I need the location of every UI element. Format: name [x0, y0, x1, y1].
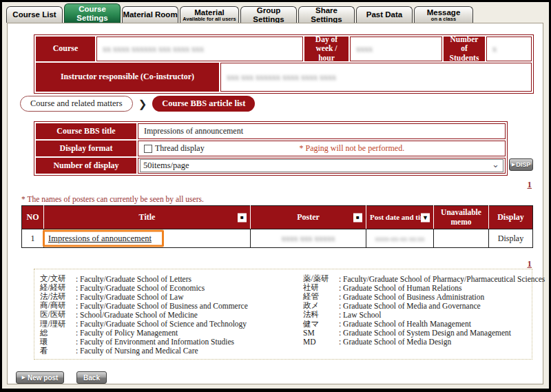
tab-label: Message [427, 8, 461, 17]
number-of-display-row: Number of display 50items/page ⌄ [36, 158, 506, 174]
article-post-date: xxxx-xx-xx xx:xx [366, 229, 434, 248]
disp-button[interactable]: ▶ DISP [509, 158, 533, 171]
tab-group-settings[interactable]: Group Settings [240, 6, 297, 23]
article-title-link[interactable]: Impressions of announcement [48, 234, 152, 243]
tab-label: Material [194, 8, 224, 17]
legend-desc: : Graduate School of Media and Governanc… [339, 302, 481, 310]
page-number-link-top[interactable]: 1 [528, 179, 532, 190]
legend-item: 看: Faculty of Nursing and Medical Care [40, 347, 248, 355]
tab-label: Past Data [366, 10, 402, 19]
course-info-table: Course xx xxxx xxxxxx xxx xxxx xxx Day o… [34, 34, 534, 94]
legend-item: 法/法研: Faculty/Graduate School of Law [40, 292, 248, 301]
article-title-cell: Impressions of announcement [44, 229, 251, 248]
tab-sublabel: on a class [431, 17, 456, 22]
day-of-week-value: xxxx [350, 37, 442, 61]
legend-desc: : Graduate School of Human Relations [339, 284, 462, 292]
legend-item: SM: Graduate School of System Design and… [303, 329, 545, 338]
tab-message[interactable]: Message on a class [414, 6, 473, 23]
col-header-poster-label: Poster [297, 212, 320, 222]
number-of-display-value: 50items/page ⌄ [138, 158, 506, 174]
display-format-row: Display format Thread display * Paging w… [36, 141, 506, 156]
legend-abbr: 看 [40, 346, 76, 356]
col-header-title: Title ■ [44, 206, 251, 229]
page-number-link-bottom[interactable]: 1 [528, 258, 532, 269]
legend-item: 総: Faculty of Policy Management [40, 329, 248, 338]
tab-label: Course Settings [65, 5, 120, 21]
breadcrumb: Course and related matters ❯ Course BBS … [20, 96, 255, 112]
bbs-settings-table: Course BBS title Impressions of announce… [34, 121, 508, 176]
tab-sublabel: Available for all users [183, 17, 236, 22]
items-per-page-value: 50items/page [143, 161, 189, 171]
col-header-title-label: Title [139, 212, 156, 222]
legend-item: 商/商研: Faculty/Graduate School of Busines… [40, 301, 248, 310]
display-format-value: Thread display * Paging will not be perf… [138, 141, 506, 156]
col-header-post-date: Post date and time ▼ [366, 206, 434, 229]
legend-desc: : Faculty/Graduate School of Business an… [76, 302, 248, 310]
thread-display-label: Thread display [155, 143, 205, 154]
bbs-articles-table: NO Title ■ Poster ■ Post date and time ▼… [21, 205, 533, 248]
redacted-post-date: xxxx-xx-xx xx:xx [375, 235, 425, 243]
legend-item: 医/医研: School/Graduate School of Medicine [40, 310, 248, 319]
legend-item: 環: Faculty of Environment and Informatio… [40, 338, 248, 347]
article-no: 1 [22, 229, 44, 248]
legend-desc: : Graduate School of System Design and M… [339, 329, 511, 337]
disp-button-label: DISP [516, 161, 530, 168]
legend-abbr: MD [303, 338, 339, 346]
legend-item: 経管: Graduate School of Business Administ… [303, 292, 545, 301]
tab-material[interactable]: Material Available for all users [180, 6, 239, 23]
legend-item: 政メ: Graduate School of Media and Governa… [303, 301, 545, 310]
paging-note: * Paging will not be performed. [205, 143, 499, 154]
display-format-label: Display format [36, 141, 136, 156]
legend-desc: : Faculty/Graduate School of Economics [76, 284, 205, 292]
new-post-button[interactable]: ▶ New post [16, 371, 64, 384]
legend-item: 理/理研: Faculty/Graduate School of Science… [40, 319, 248, 328]
course-value: xx xxxx xxxxxx xxx xxxx xxx [96, 37, 303, 61]
legend-abbr: SM [303, 329, 339, 337]
students-label: Number of Students [444, 37, 485, 61]
tab-material-room[interactable]: Material Room [122, 6, 178, 23]
col-header-memo: Unavailable memo [434, 206, 489, 229]
faculty-legend-box: 文/文研: Faculty/Graduate School of Letters… [34, 269, 532, 360]
legend-desc: : Faculty of Policy Management [76, 329, 178, 337]
breadcrumb-current: Course BBS article list [152, 96, 255, 112]
number-of-display-label: Number of display [36, 158, 136, 174]
thread-display-checkbox[interactable] [144, 145, 152, 153]
legend-desc: : Faculty/Graduate School of Science and… [76, 320, 247, 328]
articles-header-row: NO Title ■ Poster ■ Post date and time ▼… [22, 206, 533, 229]
bbs-title-label: Course BBS title [36, 123, 136, 139]
tab-share-settings[interactable]: Share Settings [298, 6, 355, 23]
arrow-right-icon: ▶ [22, 375, 25, 380]
legend-item: MD: Graduate School of Media Design [303, 338, 545, 347]
redacted-day: xxxx [356, 44, 373, 54]
day-of-week-label: Day of week / hour [304, 37, 349, 61]
main-content: Course xx xxxx xxxxxx xxx xxxx xxx Day o… [7, 23, 543, 384]
legend-item: 文/文研: Faculty/Graduate School of Letters [40, 274, 248, 283]
article-display: Display [489, 229, 533, 248]
items-per-page-select[interactable]: 50items/page ⌄ [140, 159, 503, 172]
redacted-instructor: xxx xxx xxxxxx xxxx xxxx xxxx [227, 72, 336, 83]
tab-course-list[interactable]: Course List [6, 6, 63, 23]
sort-date-desc-icon[interactable]: ▼ [421, 213, 430, 222]
tab-label: Material Room [123, 10, 177, 19]
tab-bar: Course List Course Settings Material Roo… [6, 3, 473, 23]
sort-title-icon[interactable]: ■ [238, 213, 247, 222]
bbs-title-value: Impressions of announcement [138, 123, 506, 139]
tab-course-settings[interactable]: Course Settings [64, 3, 121, 23]
course-info-row-2: Instructor responsible (Co-instructor) x… [36, 63, 532, 92]
breadcrumb-parent-link[interactable]: Course and related matters [20, 96, 133, 112]
back-button-label: Back [83, 374, 100, 382]
back-button[interactable]: Back [76, 371, 107, 384]
tab-past-data[interactable]: Past Data [356, 6, 413, 23]
legend-right-column: 薬/薬研: Faculty/Graduate School of Pharmac… [303, 274, 545, 347]
sort-poster-icon[interactable]: ■ [353, 213, 362, 222]
course-info-row-1: Course xx xxxx xxxxxx xxx xxxx xxx Day o… [36, 37, 532, 61]
tab-label: Share Settings [299, 6, 354, 23]
posters-visibility-note: * The names of posters can currently be … [21, 195, 204, 203]
tab-label: Course List [12, 10, 56, 19]
chevron-right-icon: ❯ [138, 98, 147, 110]
students-value: x [486, 37, 532, 61]
col-header-poster: Poster ■ [251, 206, 366, 229]
new-post-button-label: New post [28, 374, 58, 382]
legend-desc: : Faculty/Graduate School of Letters [76, 275, 191, 283]
legend-desc: : Law School [339, 311, 381, 319]
